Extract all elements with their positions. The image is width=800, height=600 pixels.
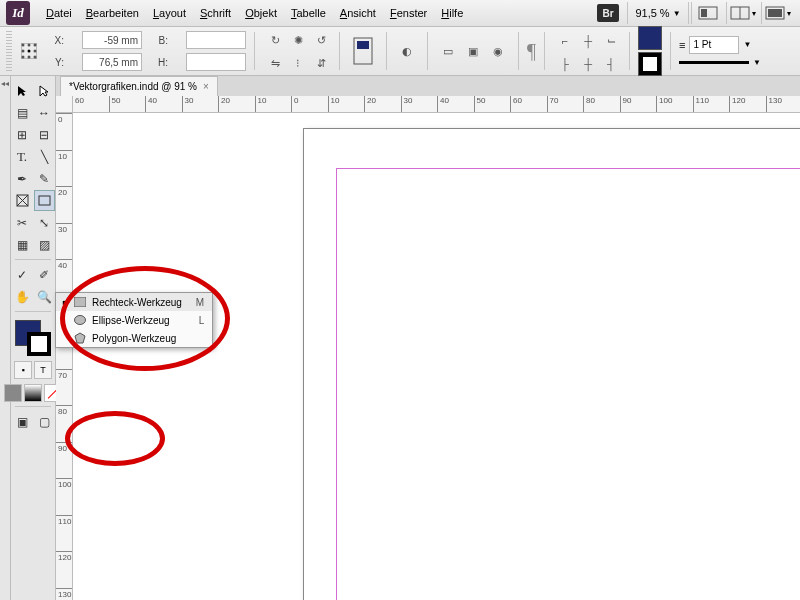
stroke-weight-field[interactable]: 1 Pt [689,36,739,54]
wrap-none-icon[interactable]: ▭ [436,39,460,63]
gap-tool[interactable]: ↔ [34,102,55,123]
document-tab[interactable]: *Vektorgrafiken.indd @ 91 % × [60,76,218,96]
flyout-polygon-tool[interactable]: Polygon-Werkzeug [56,329,212,347]
free-transform-tool[interactable]: ⤡ [34,212,55,233]
type-tool[interactable]: T. [12,146,33,167]
panel-grip[interactable] [6,31,12,71]
flyout-label: Polygon-Werkzeug [92,333,190,344]
selection-tool[interactable] [12,80,33,101]
rectangle-tool[interactable] [34,190,55,211]
close-tab-icon[interactable]: × [203,81,209,92]
align-vcenter-icon[interactable]: ┼ [576,29,600,53]
w-field[interactable] [186,31,246,49]
shape-tool-flyout: ■ Rechteck-Werkzeug M Ellipse-Werkzeug L… [55,292,213,348]
rotate-ccw-icon[interactable]: ↺ [309,29,333,53]
zoom-level[interactable]: 91,5 %▼ [627,2,689,24]
apply-color-button[interactable]: ▪ [14,361,32,379]
view-mode-button-3[interactable]: ▾ [761,2,794,24]
align-right-icon[interactable]: ┤ [599,52,623,76]
rotate-cw-icon[interactable]: ↻ [263,29,287,53]
pen-tool[interactable]: ✒ [12,168,33,189]
apply-text-button[interactable]: T [34,361,52,379]
svg-point-23 [75,316,86,325]
menu-fenster[interactable]: Fenster [384,4,433,22]
menu-hilfe[interactable]: Hilfe [435,4,469,22]
tab-title: *Vektorgrafiken.indd @ 91 % [69,81,197,92]
tab-bar: *Vektorgrafiken.indd @ 91 % × [56,76,800,96]
chevron-down-icon[interactable]: ▼ [753,58,761,67]
align-left-icon[interactable]: ├ [553,52,577,76]
formatting-container-button[interactable] [4,384,22,402]
container-icon[interactable] [348,30,378,72]
flip-v-icon[interactable]: ⇵ [309,52,333,76]
menu-ansicht[interactable]: Ansicht [334,4,382,22]
bridge-badge[interactable]: Br [597,4,619,22]
flip-h-icon[interactable]: ⇋ [263,52,287,76]
content-collector-tool[interactable]: ⊞ [12,124,33,145]
flyout-label: Ellipse-Werkzeug [92,315,185,326]
normal-view-button[interactable]: ▣ [12,411,33,432]
apply-gradient-button[interactable] [24,384,42,402]
menu-tabelle[interactable]: Tabelle [285,4,332,22]
bullet-icon: ■ [62,298,68,307]
view-mode-button-2[interactable]: ▾ [726,2,759,24]
x-field[interactable]: -59 mm [82,31,142,49]
gradient-swatch-tool[interactable]: ▦ [12,234,33,255]
stroke-swatch[interactable] [638,52,662,76]
flyout-ellipse-tool[interactable]: Ellipse-Werkzeug L [56,311,212,329]
flyout-rectangle-tool[interactable]: ■ Rechteck-Werkzeug M [56,293,212,311]
eyedropper-tool[interactable]: ✐ [34,264,55,285]
wrap-bbox-icon[interactable]: ▣ [461,39,485,63]
menu-bearbeiten[interactable]: Bearbeiten [80,4,145,22]
preview-view-button[interactable]: ▢ [34,411,55,432]
y-label: Y: [46,57,64,68]
bug-icon[interactable]: ✺ [286,29,310,53]
line-tool[interactable]: ╲ [34,146,55,167]
effects-icon[interactable]: ◐ [395,39,419,63]
size-fields: B: H: [150,30,246,72]
content-placer-tool[interactable]: ⊟ [34,124,55,145]
svg-point-7 [22,44,25,47]
zoom-tool[interactable]: 🔍 [34,286,55,307]
align-bottom-icon[interactable]: ⌙ [599,29,623,53]
svg-rect-5 [768,9,782,17]
ruler-vertical[interactable]: 0102030405060708090100110120130 [56,113,73,600]
menu-objekt[interactable]: Objekt [239,4,283,22]
fill-stroke-proxy[interactable] [15,320,51,356]
pencil-tool[interactable]: ✎ [34,168,55,189]
reference-point[interactable] [20,31,38,71]
scissors-tool[interactable]: ✂ [12,212,33,233]
svg-point-9 [34,44,37,47]
direct-selection-tool[interactable] [34,80,55,101]
menu-layout[interactable]: Layout [147,4,192,22]
ruler-horizontal[interactable]: 6050403020100102030405060708090100110120… [72,96,800,113]
work-area: ◂◂ ▤↔ ⊞⊟ T.╲ ✒✎ ✂⤡ ▦▨ ✓✐ ✋🔍 ▪ T [0,76,800,600]
note-tool[interactable]: ✓ [12,264,33,285]
transform-icons: ↻ ✺ ↺ ⇋ ⁝ ⇵ [263,29,331,74]
canvas[interactable] [73,113,800,600]
align-top-icon[interactable]: ⌐ [553,29,577,53]
hand-tool[interactable]: ✋ [12,286,33,307]
menu-schrift[interactable]: Schrift [194,4,237,22]
fill-swatch[interactable] [638,26,662,50]
y-field[interactable]: 76,5 mm [82,53,142,71]
menu-datei[interactable]: Datei [40,4,78,22]
ruler-origin[interactable] [56,96,73,113]
svg-point-11 [28,50,31,53]
wrap-shape-icon[interactable]: ◉ [486,39,510,63]
gradient-feather-tool[interactable]: ▨ [34,234,55,255]
stroke-style-preview[interactable] [679,61,749,64]
chevron-down-icon[interactable]: ▼ [743,40,751,49]
view-mode-button-1[interactable] [691,2,724,24]
menubar: Id Datei Bearbeiten Layout Schrift Objek… [0,0,800,27]
h-field[interactable] [186,53,246,71]
svg-rect-17 [357,41,369,49]
dots-icon[interactable]: ⁝ [286,52,310,76]
stroke-weight-icon: ≡ [679,39,685,51]
page-tool[interactable]: ▤ [12,102,33,123]
paragraph-icon[interactable]: ¶ [527,40,536,63]
panel-collapse-left[interactable]: ◂◂ [0,76,11,600]
rectangle-frame-tool[interactable] [12,190,33,211]
align-hcenter-icon[interactable]: ┼ [576,52,600,76]
polygon-icon [74,332,86,344]
